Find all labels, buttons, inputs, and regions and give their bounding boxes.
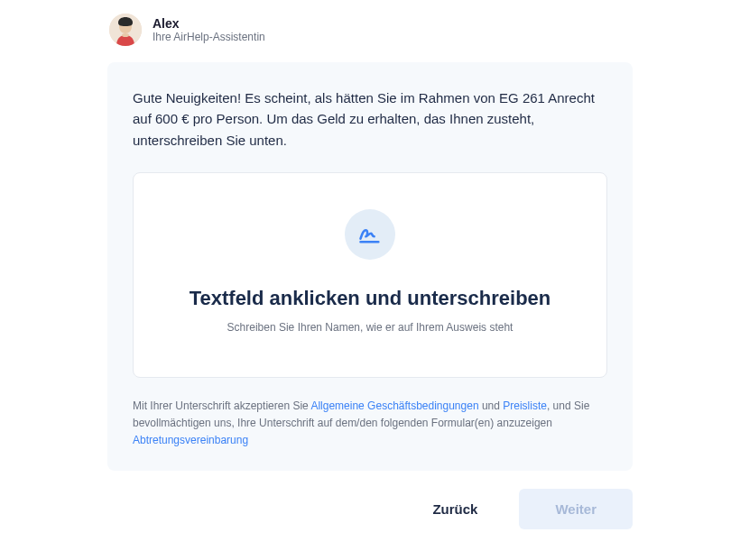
intro-text: Gute Neuigkeiten! Es scheint, als hätten… [133,87,607,151]
disclaimer-text: Mit Ihrer Unterschrift akzeptieren Sie A… [133,398,607,450]
main-card: Gute Neuigkeiten! Es scheint, als hätten… [107,62,633,471]
disclaimer-part2: und [479,399,504,412]
svg-point-1 [122,33,129,37]
disclaimer-part1: Mit Ihrer Unterschrift akzeptieren Sie [133,399,310,412]
assistant-role: Ihre AirHelp-Assistentin [153,31,265,43]
assistant-header: Alex Ihre AirHelp-Assistentin [107,14,633,46]
terms-link[interactable]: Allgemeine Geschäftsbedingungen [310,399,478,412]
pricelist-link[interactable]: Preisliste [503,399,547,412]
back-button[interactable]: Zurück [409,489,501,529]
signature-subtitle: Schreiben Sie Ihren Namen, wie er auf Ih… [152,321,588,334]
footer-buttons: Zurück Weiter [107,489,633,529]
signature-title: Textfeld anklicken und unterschreiben [152,287,588,310]
assignment-link[interactable]: Abtretungsvereinbarung [133,434,248,446]
signature-icon [345,209,395,260]
next-button[interactable]: Weiter [519,489,633,529]
signature-box[interactable]: Textfeld anklicken und unterschreiben Sc… [133,172,607,378]
avatar [109,14,142,46]
assistant-name: Alex [153,16,265,31]
